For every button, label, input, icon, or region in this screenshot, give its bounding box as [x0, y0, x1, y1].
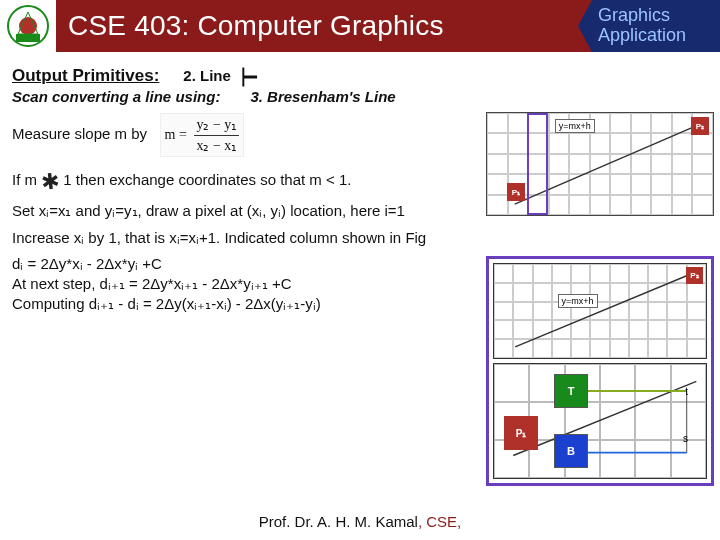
figure-grid-bottom: y=mx+h P₂ P₁ T B t s [486, 256, 714, 486]
algorithm-name: 3. Bresenham's Line [250, 88, 395, 105]
highlighted-column [527, 113, 548, 215]
section-heading: Output Primitives: [12, 66, 159, 86]
handwritten-mark-icon: ✱ [40, 166, 61, 199]
institution-logo [0, 0, 56, 52]
point-p1: P₁ [507, 183, 525, 201]
point-p1-2: P₁ [504, 416, 538, 450]
point-p2: P₂ [691, 117, 709, 135]
pixel-B: B [554, 434, 588, 468]
line-equation-label-2: y=mx+h [558, 294, 598, 308]
scan-converting-label: Scan converting a line using: [12, 88, 220, 105]
header-bar: CSE 403: Computer Graphics Graphics Appl… [0, 0, 720, 52]
footer-name: Prof. Dr. A. H. M. Kamal [259, 513, 418, 530]
topic-tag: Graphics Application [592, 0, 720, 52]
slope-fraction: m = y₂ − y₁ x₂ − x₁ [160, 113, 245, 157]
figure-grid-bottom-lower: P₁ T B t s [493, 363, 707, 479]
figure-grid-top: y=mx+h P₁ P₂ [486, 112, 714, 216]
subsection-heading: 2. Line ⊢ [183, 62, 258, 86]
topic-tag-line1: Graphics [598, 6, 720, 26]
topic-tag-line2: Application [598, 26, 720, 46]
pixel-T: T [554, 374, 588, 408]
footer-dept: , CSE, [418, 513, 461, 530]
svg-rect-2 [16, 34, 40, 42]
label-t: t [685, 386, 688, 397]
footer-author: Prof. Dr. A. H. M. Kamal, CSE, [259, 513, 462, 530]
svg-line-5 [513, 381, 696, 455]
point-p2-2: P₂ [686, 267, 703, 284]
increase-line: Increase xᵢ by 1, that is xᵢ=xᵢ+1. Indic… [12, 227, 708, 248]
label-s: s [683, 433, 688, 444]
line-equation-label: y=mx+h [555, 119, 595, 133]
figure-grid-bottom-upper: y=mx+h P₂ [493, 263, 707, 359]
brace-icon: ⊢ [241, 61, 258, 92]
course-title: CSE 403: Computer Graphics [56, 10, 592, 42]
svg-line-4 [515, 272, 696, 347]
